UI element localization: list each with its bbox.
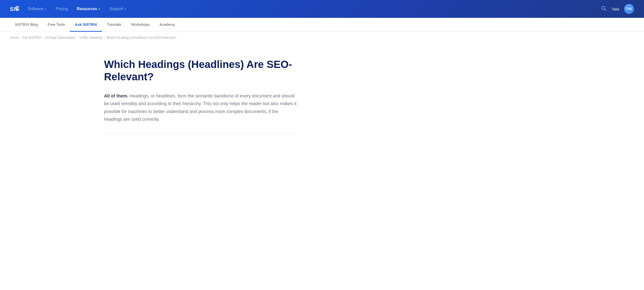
search-button[interactable]: [601, 6, 606, 13]
nav-software[interactable]: Software ▼: [28, 6, 47, 12]
nav-pricing[interactable]: Pricing: [56, 6, 68, 12]
software-chevron-icon: ▼: [44, 8, 47, 11]
subnav-free-tools[interactable]: Free Tools: [43, 18, 70, 32]
breadcrumb-onpage[interactable]: OnPage Optimisation: [45, 36, 76, 40]
breadcrumb-sep-3: /: [77, 36, 78, 40]
subnav-sistrix-blog[interactable]: SISTRIX Blog: [10, 18, 43, 32]
nav-support[interactable]: Support ▼: [110, 6, 127, 12]
sub-navigation: SISTRIX Blog Free Tools Ask SISTRIX Tuto…: [0, 18, 644, 32]
breadcrumb: Home / Ask SISTRIX / OnPage Optimisation…: [0, 32, 644, 43]
nav-right: Talia TW: [601, 4, 634, 14]
user-name-label: Talia: [612, 7, 619, 11]
article-title: Which Headings (Headlines) Are SEO-Relev…: [104, 58, 297, 83]
article-divider: [104, 133, 297, 134]
breadcrumb-home[interactable]: Home: [10, 36, 18, 40]
breadcrumb-sep-2: /: [42, 36, 44, 40]
svg-text:SISTRIX: SISTRIX: [10, 6, 19, 12]
subnav-tutorials[interactable]: Tutorials: [102, 18, 126, 32]
support-chevron-icon: ▼: [124, 8, 127, 11]
nav-resources[interactable]: Resources ▼: [77, 6, 100, 12]
main-content: Which Headings (Headlines) Are SEO-Relev…: [94, 58, 307, 134]
article-intro-bold: All of them.: [104, 93, 128, 98]
search-icon: [601, 6, 606, 11]
sistrix-logo-icon: SISTRIX: [10, 5, 19, 13]
subnav-academy[interactable]: Academy: [154, 18, 180, 32]
article-intro-text: Headings, or headlines, form the semanti…: [104, 93, 296, 122]
subnav-workshops[interactable]: Workshops: [126, 18, 154, 32]
svg-line-4: [604, 9, 606, 11]
top-navigation: SISTRIX Software ▼ Pricing Resources ▼ S…: [0, 0, 644, 18]
breadcrumb-sep-1: /: [20, 36, 21, 40]
user-avatar[interactable]: TW: [624, 4, 634, 14]
nav-left: SISTRIX Software ▼ Pricing Resources ▼ S…: [10, 5, 127, 13]
breadcrumb-current: Which Headings (Headlines) Are SEO-Relev…: [106, 36, 176, 40]
resources-chevron-icon: ▼: [98, 8, 100, 11]
article-intro: All of them. Headings, or headlines, for…: [104, 92, 297, 123]
breadcrumb-sep-4: /: [104, 36, 105, 40]
breadcrumb-html-headings[interactable]: HTML Headings: [80, 36, 102, 40]
subnav-ask-sistrix[interactable]: Ask SISTRIX: [70, 18, 102, 32]
logo[interactable]: SISTRIX: [10, 5, 19, 13]
breadcrumb-ask-sistrix[interactable]: Ask SISTRIX: [22, 36, 41, 40]
